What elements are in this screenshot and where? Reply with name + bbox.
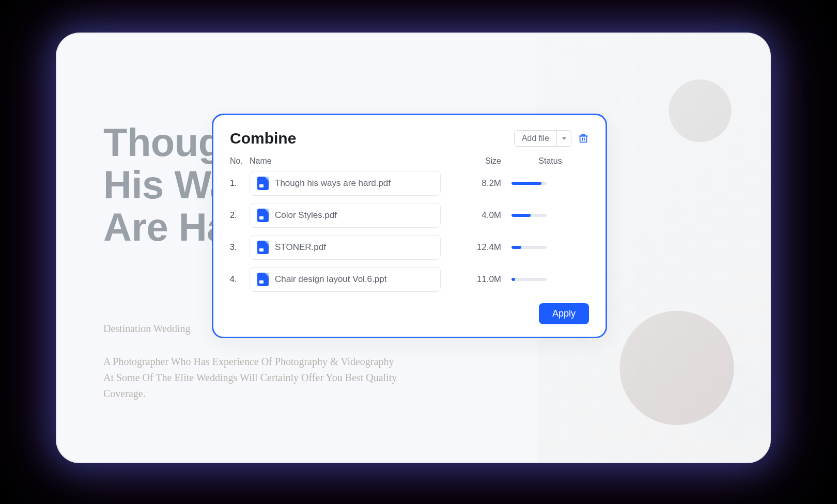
col-status: Status xyxy=(512,156,589,166)
progress-bar xyxy=(512,182,541,185)
progress-track xyxy=(512,214,547,217)
file-list: 1. Though his ways are hard.pdf 8.2M 2. … xyxy=(230,171,589,292)
table-header-row: No. Name Size Status xyxy=(230,154,589,171)
table-row: 1. Though his ways are hard.pdf 8.2M xyxy=(230,171,589,196)
progress-track xyxy=(512,246,547,249)
dialog-header: Combine Add file xyxy=(230,130,589,147)
progress-bar xyxy=(512,278,515,281)
file-size: 12.4M xyxy=(455,242,512,253)
hero-paragraph: A Photographer Who Has Experience Of Pho… xyxy=(103,354,403,402)
add-file-dropdown-button[interactable] xyxy=(556,131,571,146)
dialog-title: Combine xyxy=(230,130,296,147)
row-number: 4. xyxy=(230,275,250,284)
file-icon xyxy=(257,209,269,222)
progress-bar xyxy=(512,214,531,217)
dialog-footer: Apply xyxy=(230,303,589,324)
chevron-down-icon xyxy=(562,137,566,140)
progress-track xyxy=(512,278,547,281)
add-file-button[interactable]: Add file xyxy=(515,131,556,146)
row-number: 1. xyxy=(230,179,250,188)
document-canvas: Though His Ways Are Hard Destination Wed… xyxy=(57,34,770,462)
hero-subtitle: Destination Wedding xyxy=(103,323,191,335)
file-progress xyxy=(512,182,589,185)
apply-button[interactable]: Apply xyxy=(539,303,589,324)
file-size: 11.0M xyxy=(455,274,512,285)
col-size: Size xyxy=(455,156,512,166)
file-chip[interactable]: Though his ways are hard.pdf xyxy=(250,171,441,196)
combine-dialog: Combine Add file xyxy=(212,114,607,338)
col-name: Name xyxy=(250,156,455,166)
file-icon xyxy=(257,177,269,190)
svg-rect-0 xyxy=(580,136,587,142)
file-size: 4.0M xyxy=(455,210,512,220)
progress-bar xyxy=(512,246,521,249)
file-progress xyxy=(512,214,589,217)
table-row: 4. Chair design layout Vol.6.ppt 11.0M xyxy=(230,267,589,292)
dialog-header-actions: Add file xyxy=(514,130,589,147)
file-name: Color Styles.pdf xyxy=(275,210,337,220)
row-number: 3. xyxy=(230,243,250,252)
col-no: No. xyxy=(230,156,250,166)
table-row: 2. Color Styles.pdf 4.0M xyxy=(230,203,589,228)
progress-track xyxy=(512,182,547,185)
add-file-split-button: Add file xyxy=(514,130,571,147)
file-progress xyxy=(512,246,589,249)
file-icon xyxy=(257,273,269,286)
delete-icon[interactable] xyxy=(578,133,589,144)
file-size: 8.2M xyxy=(455,178,512,188)
file-chip[interactable]: STONER.pdf xyxy=(250,235,441,260)
file-icon xyxy=(257,241,269,254)
file-chip[interactable]: Color Styles.pdf xyxy=(250,203,441,228)
row-number: 2. xyxy=(230,211,250,220)
file-name: Though his ways are hard.pdf xyxy=(275,178,391,188)
file-progress xyxy=(512,278,589,281)
file-name: Chair design layout Vol.6.ppt xyxy=(275,274,386,285)
file-chip[interactable]: Chair design layout Vol.6.ppt xyxy=(250,267,441,292)
table-row: 3. STONER.pdf 12.4M xyxy=(230,235,589,260)
file-name: STONER.pdf xyxy=(275,242,326,253)
